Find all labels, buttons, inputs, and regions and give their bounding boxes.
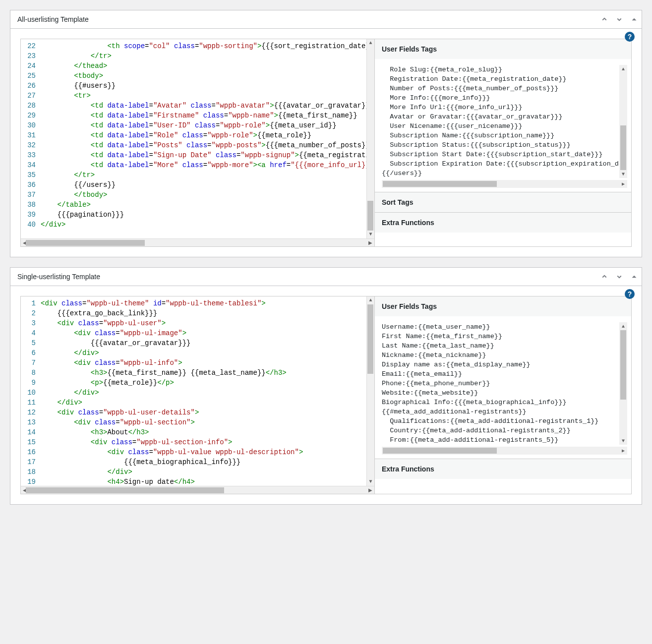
horizontal-scrollbar[interactable]: ◀▶ — [21, 238, 374, 246]
vertical-scrollbar[interactable]: ▲▼ — [619, 322, 627, 445]
user-fields-tags-content[interactable]: Username:{{meta_user_name}} First Name:{… — [375, 316, 631, 459]
tags-panel: User Fields Tags Role Slug:{{meta_role_s… — [375, 39, 631, 246]
move-down-button[interactable] — [612, 10, 627, 28]
user-fields-tags-heading[interactable]: User Fields Tags — [375, 39, 631, 59]
help-icon[interactable]: ? — [625, 289, 635, 299]
panel-header: Single-userlisting Template — [10, 268, 642, 286]
editor-container: 22232425262728293031323334353637383940 <… — [20, 39, 632, 247]
vertical-scrollbar[interactable]: ▲▼ — [366, 296, 374, 486]
chevron-down-icon — [615, 15, 624, 24]
chevron-up-icon — [600, 15, 609, 24]
horizontal-scrollbar[interactable]: ◀▶ — [382, 447, 627, 455]
sort-tags-heading[interactable]: Sort Tags — [375, 192, 631, 212]
caret-up-icon — [630, 272, 639, 281]
code-lines[interactable]: <th scope="col" class="wppb-sorting">{{{… — [39, 39, 366, 238]
code-editor[interactable]: 22232425262728293031323334353637383940 <… — [21, 39, 375, 246]
extra-functions-heading[interactable]: Extra Functions — [375, 459, 631, 479]
editor-container: 1234567891011121314151617181920 <div cla… — [20, 296, 632, 494]
horizontal-scrollbar[interactable]: ◀▶ — [382, 180, 627, 188]
panel-body: ? 22232425262728293031323334353637383940… — [10, 29, 642, 257]
single-userlisting-panel: Single-userlisting Template ? 1234567891… — [10, 267, 642, 505]
toggle-button[interactable] — [627, 10, 642, 28]
extra-functions-heading[interactable]: Extra Functions — [375, 213, 631, 233]
chevron-down-icon — [615, 272, 624, 281]
vertical-scrollbar[interactable]: ▲▼ — [619, 65, 627, 178]
move-down-button[interactable] — [612, 268, 627, 286]
user-fields-tags-heading[interactable]: User Fields Tags — [375, 296, 631, 316]
move-up-button[interactable] — [597, 268, 612, 286]
move-up-button[interactable] — [597, 10, 612, 28]
panel-header: All-userlisting Template — [10, 10, 642, 29]
caret-up-icon — [630, 15, 639, 24]
panel-actions — [597, 10, 642, 28]
line-gutter: 22232425262728293031323334353637383940 — [21, 39, 39, 238]
horizontal-scrollbar[interactable]: ◀▶ — [21, 486, 374, 494]
user-fields-tags-content[interactable]: Role Slug:{{meta_role_slug}} Registratio… — [375, 59, 631, 192]
panel-title: Single-userlisting Template — [10, 268, 597, 286]
panel-title: All-userlisting Template — [10, 10, 597, 28]
tags-panel: User Fields Tags Username:{{meta_user_na… — [375, 296, 631, 494]
panel-actions — [597, 268, 642, 286]
toggle-button[interactable] — [627, 268, 642, 286]
all-userlisting-panel: All-userlisting Template ? 2223242526272… — [10, 10, 642, 257]
code-editor[interactable]: 1234567891011121314151617181920 <div cla… — [21, 296, 375, 494]
panel-body: ? 1234567891011121314151617181920 <div c… — [10, 286, 642, 504]
chevron-up-icon — [600, 272, 609, 281]
line-gutter: 1234567891011121314151617181920 — [21, 296, 39, 486]
vertical-scrollbar[interactable]: ▲▼ — [366, 39, 374, 238]
code-lines[interactable]: <div class="wppb-ul-theme" id="wppb-ul-t… — [39, 296, 366, 486]
help-icon[interactable]: ? — [625, 32, 635, 42]
